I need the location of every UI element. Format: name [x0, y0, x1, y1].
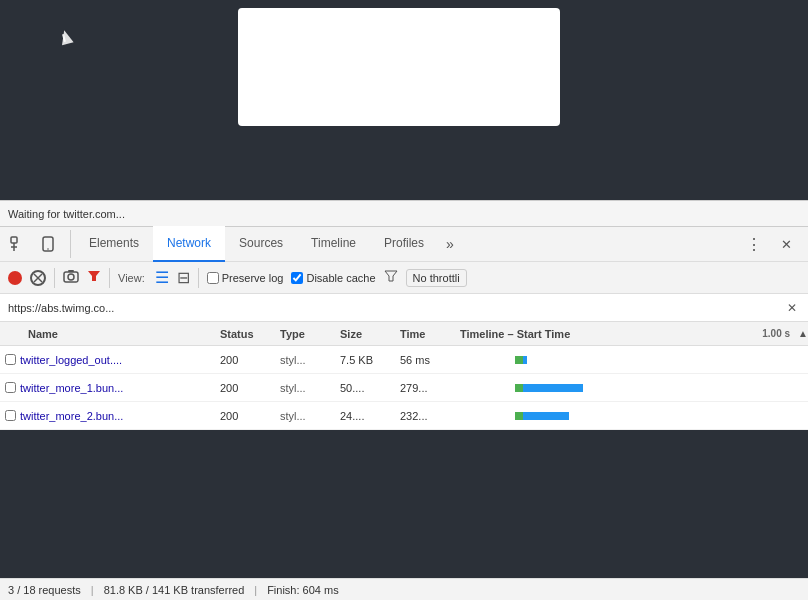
row-name-2: twitter_more_1.bun...	[20, 382, 220, 394]
row-checkbox-3[interactable]	[0, 410, 20, 421]
view-list-button[interactable]: ☰	[155, 268, 169, 287]
row-status-2: 200	[220, 382, 280, 394]
bar-receiving-3	[523, 412, 569, 420]
status-text: Waiting for twitter.com...	[8, 208, 125, 220]
row-status-3: 200	[220, 410, 280, 422]
svg-marker-11	[385, 271, 397, 281]
table-row[interactable]: twitter_logged_out.... 200 styl... 7.5 K…	[0, 346, 808, 374]
timeline-scale: 1.00 s	[762, 328, 794, 339]
row-checkbox-1[interactable]	[0, 354, 20, 365]
browser-top	[0, 0, 808, 200]
col-header-status[interactable]: Status	[220, 328, 280, 340]
tab-profiles[interactable]: Profiles	[370, 226, 438, 262]
preserve-log-label[interactable]: Preserve log	[207, 272, 284, 284]
row-size-3: 24....	[340, 410, 400, 422]
col-header-name[interactable]: Name	[0, 328, 220, 340]
url-close-button[interactable]: ✕	[784, 300, 800, 316]
row-size-1: 7.5 KB	[340, 354, 400, 366]
browser-status-bar: Waiting for twitter.com...	[0, 200, 808, 226]
svg-marker-10	[88, 271, 100, 281]
tab-network[interactable]: Network	[153, 226, 225, 262]
row-status-1: 200	[220, 354, 280, 366]
devtools-right-icons: ⋮ ✕	[740, 230, 804, 258]
tab-elements[interactable]: Elements	[75, 226, 153, 262]
finish-time: Finish: 604 ms	[267, 584, 339, 596]
network-toolbar: View: ☰ ⊟ Preserve log Disable cache No …	[0, 262, 808, 294]
view-label: View:	[118, 272, 145, 284]
settings-icon[interactable]: ⋮	[740, 230, 768, 258]
col-header-size[interactable]: Size	[340, 328, 400, 340]
col-header-time[interactable]: Time	[400, 328, 460, 340]
sep-2: |	[254, 584, 257, 596]
svg-rect-9	[68, 270, 74, 272]
tab-timeline[interactable]: Timeline	[297, 226, 370, 262]
view-tree-button[interactable]: ⊟	[177, 268, 190, 287]
row-type-1: styl...	[280, 354, 340, 366]
timeline-bars-1	[460, 352, 808, 368]
row-type-3: styl...	[280, 410, 340, 422]
devtools-toolbar: Elements Network Sources Timeline Profil…	[0, 226, 808, 262]
tab-sources[interactable]: Sources	[225, 226, 297, 262]
separator-1	[54, 268, 55, 288]
checkbox-2[interactable]	[5, 382, 16, 393]
timeline-bars-3	[460, 408, 808, 424]
row-size-2: 50....	[340, 382, 400, 394]
requests-count: 3 / 18 requests	[8, 584, 81, 596]
url-text: https://abs.twimg.co...	[8, 302, 778, 314]
checkbox-1[interactable]	[5, 354, 16, 365]
devtools-left-icons	[4, 230, 71, 258]
row-type-2: styl...	[280, 382, 340, 394]
row-name-1: twitter_logged_out....	[20, 354, 220, 366]
filter-funnel-icon[interactable]	[384, 269, 398, 286]
separator-3	[198, 268, 199, 288]
cursor-icon	[58, 29, 73, 46]
svg-point-4	[47, 248, 49, 250]
bar-waiting-1	[515, 356, 523, 364]
row-name-3: twitter_more_2.bun...	[20, 410, 220, 422]
camera-icon[interactable]	[63, 269, 79, 286]
table-header: Name Status Type Size Time Timeline – St…	[0, 322, 808, 346]
disable-cache-checkbox[interactable]	[291, 272, 303, 284]
throttle-button[interactable]: No throttli	[406, 269, 467, 287]
mobile-icon[interactable]	[34, 230, 62, 258]
separator-2	[109, 268, 110, 288]
row-checkbox-2[interactable]	[0, 382, 20, 393]
table-row[interactable]: twitter_more_2.bun... 200 styl... 24....…	[0, 402, 808, 430]
table-row[interactable]: twitter_more_1.bun... 200 styl... 50....…	[0, 374, 808, 402]
more-tabs-button[interactable]: »	[438, 226, 462, 262]
bar-waiting-2	[515, 384, 523, 392]
bottom-status-bar: 3 / 18 requests | 81.8 KB / 141 KB trans…	[0, 578, 808, 600]
col-header-type[interactable]: Type	[280, 328, 340, 340]
clear-button[interactable]	[30, 270, 46, 286]
timeline-scroll-icon[interactable]: ▲	[798, 328, 808, 339]
col-header-timeline[interactable]: Timeline – Start Time 1.00 s ▲	[460, 328, 808, 340]
disable-cache-label[interactable]: Disable cache	[291, 272, 375, 284]
row-timeline-1	[460, 346, 808, 373]
record-button[interactable]	[8, 271, 22, 285]
checkbox-3[interactable]	[5, 410, 16, 421]
svg-rect-0	[11, 237, 17, 243]
devtools-tabs: Elements Network Sources Timeline Profil…	[75, 226, 462, 262]
row-time-2: 279...	[400, 382, 460, 394]
inspect-icon[interactable]	[4, 230, 32, 258]
sep-1: |	[91, 584, 94, 596]
data-transferred: 81.8 KB / 141 KB transferred	[104, 584, 245, 596]
bar-waiting-3	[515, 412, 523, 420]
url-bar: https://abs.twimg.co... ✕	[0, 294, 808, 322]
network-table: Name Status Type Size Time Timeline – St…	[0, 322, 808, 430]
row-time-3: 232...	[400, 410, 460, 422]
bar-receiving-2	[523, 384, 583, 392]
svg-point-8	[68, 274, 74, 280]
row-timeline-3	[460, 402, 808, 429]
browser-content-area	[238, 8, 560, 126]
close-devtools-button[interactable]: ✕	[772, 230, 800, 258]
timeline-bars-2	[460, 380, 808, 396]
bar-receiving-1	[523, 356, 527, 364]
row-time-1: 56 ms	[400, 354, 460, 366]
preserve-log-checkbox[interactable]	[207, 272, 219, 284]
filter-icon[interactable]	[87, 269, 101, 286]
row-timeline-2	[460, 374, 808, 401]
